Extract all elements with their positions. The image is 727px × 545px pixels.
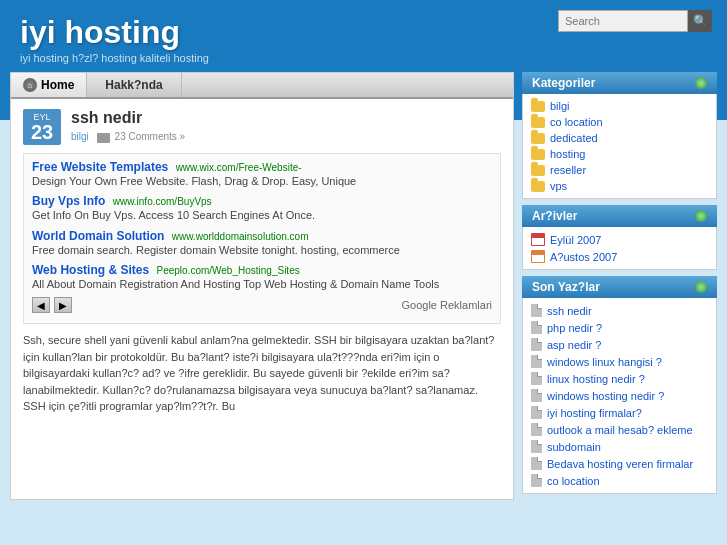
archives-widget: Ar?ivler Eylül 2007 A?ustos 2007 [522, 205, 717, 270]
recent-post-0[interactable]: ssh nedir [523, 302, 716, 319]
search-button[interactable]: 🔍 [688, 10, 712, 32]
header: iyi hosting iyi hosting h?zl? hosting ka… [0, 0, 727, 72]
recent-posts-dot [695, 281, 707, 293]
calendar-icon [531, 250, 545, 263]
doc-icon [531, 355, 542, 368]
post-title-area: ssh nedir bilgi 23 Comments » [71, 109, 185, 142]
folder-icon [531, 165, 545, 176]
ad-link-2-desc: Free domain search. Register domain Webs… [32, 243, 492, 257]
doc-icon [531, 474, 542, 487]
category-co-location[interactable]: co location [523, 114, 716, 130]
post-meta: bilgi 23 Comments » [71, 131, 185, 142]
recent-post-6[interactable]: iyi hosting firmalar? [523, 404, 716, 421]
main-layout: ⌂ Home Hakk?nda Eyl 23 ssh nedir [0, 72, 727, 510]
search-input[interactable] [558, 10, 688, 32]
archives-body: Eylül 2007 A?ustos 2007 [522, 227, 717, 270]
ad-link-1-desc: Get Info On Buy Vps. Access 10 Search En… [32, 208, 492, 222]
recent-post-10[interactable]: co location [523, 472, 716, 489]
doc-icon [531, 440, 542, 453]
archive-eylul-2007[interactable]: Eylül 2007 [523, 231, 716, 248]
ad-next-button[interactable]: ▶ [54, 297, 72, 313]
categories-dot [695, 77, 707, 89]
doc-icon [531, 389, 542, 402]
folder-icon [531, 149, 545, 160]
ad-link-1-url: www.info.com/BuyVps [113, 196, 212, 207]
nav-tabs: ⌂ Home Hakk?nda [11, 73, 513, 99]
ad-links: Free Website Templates www.wix.com/Free-… [23, 153, 501, 324]
ad-prev-button[interactable]: ◀ [32, 297, 50, 313]
tab-hakkinda[interactable]: Hakk?nda [87, 73, 181, 97]
home-icon: ⌂ [23, 78, 37, 92]
folder-icon [531, 133, 545, 144]
ad-link-0-desc: Design Your Own Free Website. Flash, Dra… [32, 174, 492, 188]
post-area: Eyl 23 ssh nedir bilgi 23 Comments » [11, 99, 513, 425]
archive-agustos-2007[interactable]: A?ustos 2007 [523, 248, 716, 265]
content-area: ⌂ Home Hakk?nda Eyl 23 ssh nedir [10, 72, 514, 500]
archives-header: Ar?ivler [522, 205, 717, 227]
search-bar: 🔍 [558, 10, 712, 32]
ad-link-3-title[interactable]: Web Hosting & Sites [32, 263, 149, 277]
folder-icon [531, 181, 545, 192]
recent-post-7[interactable]: outlook a mail hesab? ekleme [523, 421, 716, 438]
categories-widget: Kategoriler bilgi co location dedicated [522, 72, 717, 199]
recent-post-2[interactable]: asp nedir ? [523, 336, 716, 353]
post-category[interactable]: bilgi [71, 131, 89, 142]
ad-link-1-title[interactable]: Buy Vps Info [32, 194, 105, 208]
ad-link-2-title[interactable]: World Domain Solution [32, 229, 164, 243]
categories-header: Kategoriler [522, 72, 717, 94]
post-header: Eyl 23 ssh nedir bilgi 23 Comments » [23, 109, 501, 145]
date-badge: Eyl 23 [23, 109, 61, 145]
ad-item-0: Free Website Templates www.wix.com/Free-… [32, 160, 492, 188]
calendar-icon [531, 233, 545, 246]
category-vps[interactable]: vps [523, 178, 716, 194]
ad-link-3-desc: All About Domain Registration And Hostin… [32, 277, 492, 291]
recent-post-8[interactable]: subdomain [523, 438, 716, 455]
doc-icon [531, 304, 542, 317]
ad-link-3-url: Peeplo.com/Web_Hosting_Sites [156, 265, 299, 276]
category-bilgi[interactable]: bilgi [523, 98, 716, 114]
categories-body: bilgi co location dedicated hosting [522, 94, 717, 199]
recent-post-5[interactable]: windows hosting nedir ? [523, 387, 716, 404]
google-label: Google Reklamlari [402, 299, 492, 311]
doc-icon [531, 372, 542, 385]
category-hosting[interactable]: hosting [523, 146, 716, 162]
doc-icon [531, 457, 542, 470]
ad-link-0-url: www.wix.com/Free-Website- [176, 162, 302, 173]
ad-item-1: Buy Vps Info www.info.com/BuyVps Get Inf… [32, 194, 492, 222]
recent-post-4[interactable]: linux hosting nedir ? [523, 370, 716, 387]
archives-dot [695, 210, 707, 222]
doc-icon [531, 338, 542, 351]
post-comments: 23 Comments » [97, 131, 185, 142]
doc-icon [531, 406, 542, 419]
recent-posts-body: ssh nedir php nedir ? asp nedir ? window… [522, 298, 717, 494]
folder-icon [531, 101, 545, 112]
recent-post-1[interactable]: php nedir ? [523, 319, 716, 336]
recent-posts-header: Son Yaz?lar [522, 276, 717, 298]
ad-navigation: ◀ ▶ Google Reklamlari [32, 297, 492, 313]
recent-post-3[interactable]: windows linux hangisi ? [523, 353, 716, 370]
ad-item-3: Web Hosting & Sites Peeplo.com/Web_Hosti… [32, 263, 492, 291]
ad-item-2: World Domain Solution www.worlddomainsol… [32, 229, 492, 257]
folder-icon [531, 117, 545, 128]
category-dedicated[interactable]: dedicated [523, 130, 716, 146]
ad-link-0-title[interactable]: Free Website Templates [32, 160, 168, 174]
doc-icon [531, 321, 542, 334]
doc-icon [531, 423, 542, 436]
post-title: ssh nedir [71, 109, 185, 127]
tab-home[interactable]: ⌂ Home [11, 73, 87, 97]
site-subtitle: iyi hosting h?zl? hosting kaliteli hosti… [20, 52, 707, 64]
ad-link-2-url: www.worlddomainsolution.com [172, 231, 309, 242]
category-reseller[interactable]: reseller [523, 162, 716, 178]
post-body: Ssh, secure shell yani güvenli kabul anl… [23, 332, 501, 415]
recent-post-9[interactable]: Bedava hosting veren firmalar [523, 455, 716, 472]
sidebar: Kategoriler bilgi co location dedicated [522, 72, 717, 500]
recent-posts-widget: Son Yaz?lar ssh nedir php nedir ? asp ne… [522, 276, 717, 494]
